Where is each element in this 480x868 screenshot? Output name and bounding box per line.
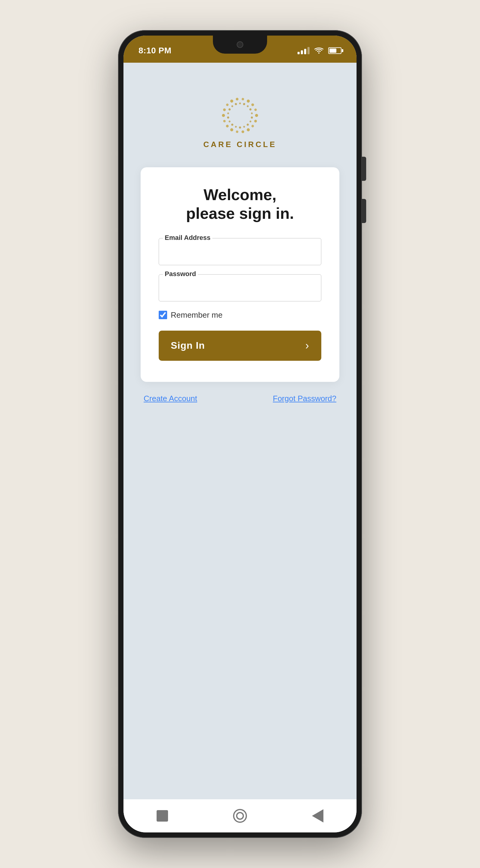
status-time: 8:10 PM (139, 46, 171, 56)
svg-point-20 (249, 120, 252, 123)
svg-point-10 (222, 114, 225, 117)
wifi-icon (314, 47, 323, 54)
svg-point-31 (235, 103, 237, 105)
svg-point-27 (227, 116, 230, 119)
remember-me-label: Remember me (171, 310, 222, 320)
nav-back-button[interactable] (310, 808, 326, 824)
svg-point-7 (230, 128, 234, 132)
remember-me-checkbox[interactable] (159, 311, 167, 319)
svg-point-14 (236, 98, 239, 101)
app-name: CARE CIRCLE (203, 140, 277, 149)
nav-recent-button[interactable] (154, 808, 171, 824)
notch (213, 36, 267, 54)
back-icon (312, 809, 323, 823)
password-label: Password (163, 270, 198, 278)
phone-screen: 8:10 PM (124, 36, 356, 832)
password-field-group: Password (159, 274, 321, 301)
svg-point-12 (226, 103, 229, 106)
svg-point-34 (246, 105, 249, 107)
logo-icon (220, 96, 260, 135)
svg-point-0 (318, 53, 319, 54)
svg-point-33 (243, 103, 245, 105)
nav-home-button[interactable] (232, 808, 248, 824)
svg-point-2 (254, 119, 258, 123)
links-row: Create Account Forgot Password? (141, 394, 339, 403)
camera (237, 41, 243, 48)
svg-point-9 (223, 120, 226, 123)
svg-point-1 (255, 114, 258, 117)
email-label: Email Address (163, 234, 212, 242)
sign-in-arrow-icon: › (305, 339, 309, 352)
login-card: Welcome, please sign in. Email Address P… (141, 167, 339, 382)
forgot-password-link[interactable]: Forgot Password? (273, 394, 336, 403)
svg-point-36 (251, 113, 253, 115)
svg-point-6 (236, 130, 239, 133)
phone-device: 8:10 PM (118, 30, 362, 838)
logo-area: CARE CIRCLE (203, 96, 277, 149)
svg-point-8 (226, 124, 230, 128)
svg-point-15 (241, 98, 244, 100)
svg-point-28 (227, 113, 229, 115)
svg-point-30 (231, 105, 233, 107)
svg-point-3 (251, 124, 254, 128)
app-content: CARE CIRCLE Welcome, please sign in. Ema… (124, 63, 356, 799)
svg-point-22 (243, 126, 245, 128)
svg-point-29 (228, 108, 231, 111)
signal-icon (298, 47, 310, 54)
svg-point-21 (246, 123, 249, 126)
svg-point-19 (250, 116, 253, 119)
email-input[interactable] (159, 238, 321, 265)
sign-in-label: Sign In (171, 340, 205, 351)
svg-point-5 (241, 130, 244, 133)
recent-icon (157, 810, 168, 822)
svg-point-17 (251, 103, 255, 107)
svg-point-35 (249, 108, 252, 111)
remember-me-row: Remember me (159, 310, 321, 320)
svg-point-25 (231, 123, 234, 126)
svg-point-32 (239, 102, 241, 104)
battery-icon (328, 47, 341, 54)
welcome-title: Welcome, please sign in. (159, 185, 321, 223)
svg-point-26 (228, 120, 231, 123)
svg-point-4 (246, 128, 250, 132)
status-bar: 8:10 PM (124, 36, 356, 63)
home-icon (233, 809, 247, 823)
sign-in-button[interactable]: Sign In › (159, 331, 321, 361)
svg-point-13 (230, 99, 234, 103)
email-field-group: Email Address (159, 238, 321, 265)
status-icons (298, 47, 341, 54)
create-account-link[interactable]: Create Account (144, 394, 197, 403)
password-input[interactable] (159, 274, 321, 301)
nav-bar (124, 799, 356, 832)
svg-point-24 (235, 126, 237, 128)
svg-point-16 (246, 99, 250, 103)
svg-point-18 (254, 108, 257, 111)
svg-point-11 (223, 108, 227, 112)
svg-point-23 (239, 127, 241, 129)
